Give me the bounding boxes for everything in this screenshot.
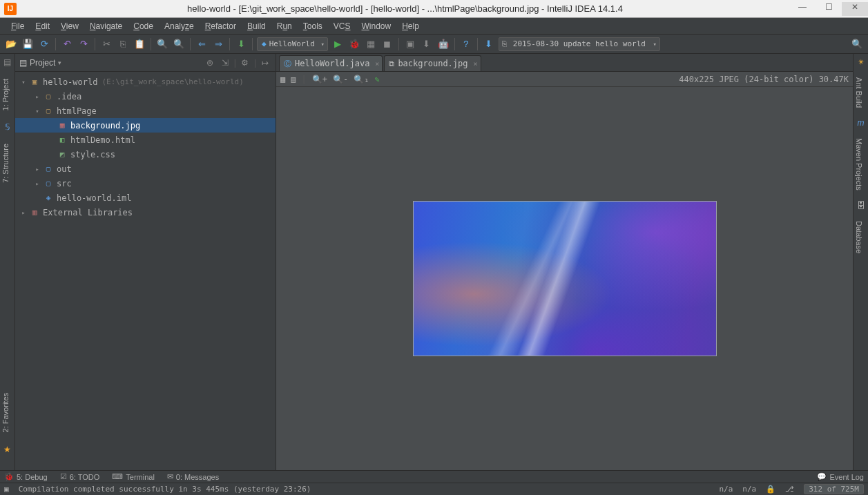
- window-minimize-button[interactable]: —: [789, 2, 816, 16]
- tool-tab-messages[interactable]: ✉0: Messages: [167, 472, 219, 481]
- menu-run[interactable]: Run: [273, 20, 296, 32]
- tfolder-icon: ▢: [43, 178, 54, 189]
- panel-title[interactable]: Project: [30, 58, 55, 68]
- panel-settings-icon[interactable]: ⚙: [239, 58, 251, 68]
- vcs-update-icon[interactable]: ⬇: [482, 37, 496, 51]
- android-icon[interactable]: 🤖: [436, 37, 450, 51]
- panel-view-dropdown-icon[interactable]: ▾: [58, 59, 61, 66]
- menu-navigate[interactable]: Navigate: [86, 20, 126, 32]
- tree-arrow-icon[interactable]: ▸: [33, 180, 41, 187]
- help-icon[interactable]: ?: [459, 37, 473, 51]
- tree-item[interactable]: ◈hello-world.iml: [15, 191, 276, 205]
- replace-icon[interactable]: 🔍: [172, 37, 186, 51]
- find-icon[interactable]: 🔍: [155, 37, 169, 51]
- tree-item[interactable]: ▸▢src: [15, 176, 276, 191]
- tree-arrow-icon[interactable]: ▸: [33, 166, 41, 173]
- encoding-indicator[interactable]: n/a: [719, 485, 733, 494]
- structure-tool-icon[interactable]: 𝕊: [2, 122, 13, 133]
- window-close-button[interactable]: ✕: [842, 2, 868, 16]
- favorites-star-icon[interactable]: ★: [2, 444, 13, 455]
- maven-icon[interactable]: m: [856, 117, 867, 128]
- undo-icon[interactable]: ↶: [60, 37, 74, 51]
- tree-external-libs[interactable]: ▸ ▥ External Libraries: [15, 205, 276, 220]
- status-toggle-icon[interactable]: ▣: [4, 485, 9, 494]
- panel-collapse-icon[interactable]: ⇲: [219, 58, 231, 68]
- project-tool-icon[interactable]: ▤: [2, 57, 13, 68]
- menu-vcs[interactable]: VCS: [329, 20, 355, 32]
- database-icon[interactable]: 🗄: [856, 200, 867, 211]
- window-maximize-button[interactable]: ☐: [816, 2, 842, 16]
- tree-arrow-icon[interactable]: ▸: [33, 93, 41, 100]
- lock-icon[interactable]: 🔒: [766, 485, 775, 494]
- debug-icon[interactable]: 🐞: [347, 37, 361, 51]
- stop-icon[interactable]: ◼: [380, 37, 394, 51]
- menu-refactor[interactable]: Refactor: [201, 20, 240, 32]
- close-tab-icon[interactable]: ×: [375, 60, 379, 68]
- menu-code[interactable]: Code: [129, 20, 157, 32]
- image-viewer-stage[interactable]: [276, 87, 853, 470]
- menu-tools[interactable]: Tools: [299, 20, 327, 32]
- panel-locate-icon[interactable]: ⊚: [204, 58, 216, 68]
- memory-indicator[interactable]: 312 of 725M: [804, 484, 864, 494]
- tool-tab-ant[interactable]: Ant Build: [853, 70, 865, 115]
- forward-icon[interactable]: ⇒: [211, 37, 225, 51]
- menu-view[interactable]: View: [57, 20, 83, 32]
- tool-tab-project[interactable]: 1: Project: [0, 70, 11, 119]
- git-branch-icon[interactable]: ⎇: [785, 485, 794, 494]
- tool-tab-structure[interactable]: 7: Structure: [0, 135, 11, 191]
- menu-build[interactable]: Build: [243, 20, 270, 32]
- tree-item[interactable]: ▦background.jpg: [15, 118, 276, 133]
- grid-icon[interactable]: ▤: [291, 75, 296, 84]
- make-project-icon[interactable]: ⬇: [234, 37, 248, 51]
- tool-tab-favorites[interactable]: 2: Favorites: [0, 385, 11, 440]
- tree-item[interactable]: ◧htmlDemo.html: [15, 133, 276, 147]
- copy-icon[interactable]: ⎘: [116, 37, 130, 51]
- tree-item[interactable]: ▸▢.idea: [15, 89, 276, 104]
- cut-icon[interactable]: ✂: [99, 37, 113, 51]
- tree-item[interactable]: ▾▢htmlPage: [15, 104, 276, 118]
- menu-edit[interactable]: Edit: [31, 20, 54, 32]
- tree-item[interactable]: ▸▢out: [15, 162, 276, 176]
- tree-arrow-icon[interactable]: ▾: [33, 108, 41, 115]
- checkerboard-icon[interactable]: ▦: [280, 75, 285, 84]
- project-tree[interactable]: ▾ ▣ hello-world (E:\git_work_space\hello…: [15, 72, 276, 222]
- vcs-commit-dropdown[interactable]: 2015-08-30 update hello world: [499, 37, 660, 51]
- project-tool-window: ▤ Project ▾ ⊚ ⇲ | ⚙ | ↦ ▾ ▣ hello-world …: [15, 54, 276, 470]
- sync-icon[interactable]: ⟳: [37, 37, 51, 51]
- tree-item[interactable]: ◩style.css: [15, 147, 276, 162]
- color-picker-icon[interactable]: ✎: [374, 75, 379, 84]
- tool-tab-eventlog[interactable]: 💬Event Log: [817, 472, 864, 481]
- run-config-dropdown[interactable]: ◆ HelloWorld: [257, 37, 328, 51]
- search-everywhere-icon[interactable]: 🔍: [850, 37, 864, 51]
- tool-tab-debug[interactable]: 🐞5: Debug: [4, 472, 48, 481]
- menu-analyze[interactable]: Analyze: [160, 20, 198, 32]
- run-icon[interactable]: ▶: [331, 37, 345, 51]
- tree-root[interactable]: ▾ ▣ hello-world (E:\git_work_space\hello…: [15, 75, 276, 89]
- zoom-out-icon[interactable]: 🔍-: [333, 75, 348, 84]
- paste-icon[interactable]: 📋: [133, 37, 146, 51]
- zoom-in-icon[interactable]: 🔍+: [312, 75, 327, 84]
- tool-tab-terminal[interactable]: ⌨Terminal: [112, 472, 155, 481]
- avd-icon[interactable]: ▣: [403, 37, 417, 51]
- coverage-icon[interactable]: ▦: [364, 37, 378, 51]
- zoom-actual-icon[interactable]: 🔍₁: [354, 75, 369, 84]
- tool-tab-todo[interactable]: ☑6: TODO: [60, 472, 100, 481]
- html-icon: ◧: [57, 135, 68, 146]
- open-icon[interactable]: 📂: [4, 37, 18, 51]
- editor-tab[interactable]: ⧉ background.jpg ×: [384, 55, 481, 71]
- tool-tab-maven[interactable]: Maven Projects: [853, 131, 865, 197]
- menu-file[interactable]: File: [7, 20, 28, 32]
- redo-icon[interactable]: ↷: [77, 37, 90, 51]
- editor-tab[interactable]: Ⓒ HelloWorld.java ×: [279, 55, 383, 71]
- save-all-icon[interactable]: 💾: [21, 37, 35, 51]
- line-ending-indicator[interactable]: n/a: [742, 485, 756, 494]
- tfolder-icon: ▢: [43, 164, 54, 175]
- menu-window[interactable]: Window: [357, 20, 395, 32]
- menu-help[interactable]: Help: [398, 20, 423, 32]
- ant-icon[interactable]: ✴: [856, 57, 867, 68]
- back-icon[interactable]: ⇐: [195, 37, 209, 51]
- sdk-icon[interactable]: ⬇: [420, 37, 434, 51]
- tool-tab-database[interactable]: Database: [853, 214, 865, 260]
- close-tab-icon[interactable]: ×: [474, 60, 478, 68]
- panel-hide-icon[interactable]: ↦: [259, 58, 271, 68]
